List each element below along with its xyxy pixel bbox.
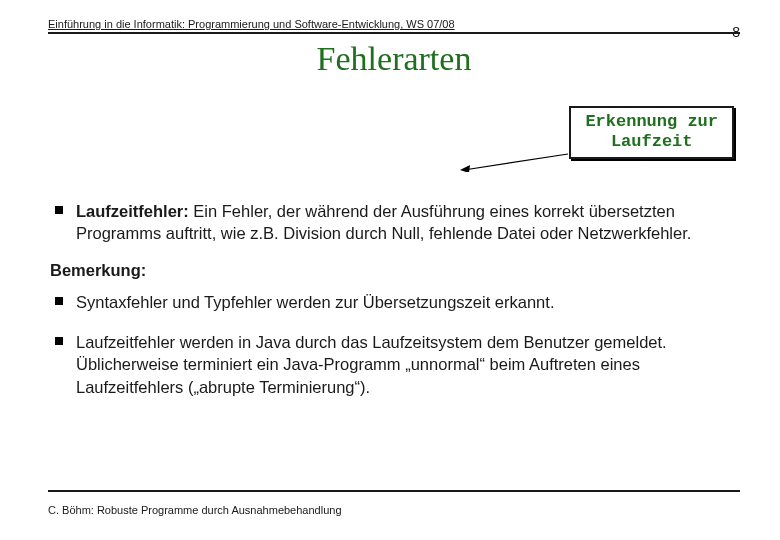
bullet-laufzeitfehler: Laufzeitfehler: Ein Fehler, der während … bbox=[48, 200, 740, 245]
content-area: Laufzeitfehler: Ein Fehler, der während … bbox=[48, 200, 740, 398]
remark-heading: Bemerkung: bbox=[50, 259, 740, 281]
remark-text-1: Syntaxfehler und Typfehler werden zur Üb… bbox=[76, 293, 554, 311]
remark-text-2: Laufzeitfehler werden in Java durch das … bbox=[76, 333, 667, 396]
callout-line2: Laufzeit bbox=[585, 132, 718, 152]
slide: Einführung in die Informatik: Programmie… bbox=[0, 0, 780, 540]
callout-box: Erkennung zur Laufzeit bbox=[569, 106, 734, 159]
bullet-square-icon bbox=[55, 337, 63, 345]
callout-line1: Erkennung zur bbox=[585, 112, 718, 132]
svg-marker-1 bbox=[460, 165, 470, 172]
remark-bullet-2: Laufzeitfehler werden in Java durch das … bbox=[48, 331, 740, 398]
header-row: Einführung in die Informatik: Programmie… bbox=[48, 14, 740, 34]
page-number: 8 bbox=[724, 24, 740, 40]
callout-pointer-icon bbox=[460, 152, 570, 172]
bullet-square-icon bbox=[55, 297, 63, 305]
remark-bullet-1: Syntaxfehler und Typfehler werden zur Üb… bbox=[48, 291, 740, 313]
bullet-square-icon bbox=[55, 206, 63, 214]
slide-title: Fehlerarten bbox=[48, 40, 740, 78]
bullet-label: Laufzeitfehler: bbox=[76, 202, 189, 220]
svg-line-0 bbox=[464, 154, 568, 170]
footer-rule bbox=[48, 490, 740, 492]
footer-text: C. Böhm: Robuste Programme durch Ausnahm… bbox=[48, 504, 342, 516]
callout-container: Erkennung zur Laufzeit bbox=[48, 106, 740, 176]
course-header: Einführung in die Informatik: Programmie… bbox=[48, 18, 455, 30]
